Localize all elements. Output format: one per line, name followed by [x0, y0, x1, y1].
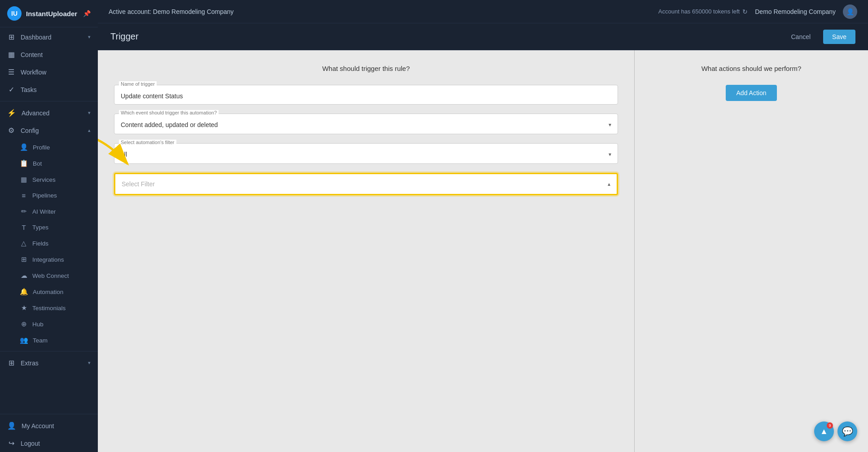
sidebar-item-label: Fields [32, 240, 48, 247]
sidebar-item-label: Tasks [21, 86, 91, 93]
testimonials-icon: ★ [20, 304, 28, 312]
sidebar: IU InstantUploader 📌 ⊞ Dashboard ▾ ▦ Con… [0, 0, 98, 452]
sidebar-item-ai-writer[interactable]: ✏ AI Writer [0, 203, 98, 219]
left-panel-title: What should trigger this rule? [114, 65, 618, 72]
sidebar-item-label: Integrations [32, 256, 64, 263]
trigger-name-input[interactable] [114, 85, 618, 104]
sidebar-item-label: Types [32, 224, 48, 231]
filter-value: all [121, 151, 127, 158]
sidebar-item-label: Testimonials [32, 305, 66, 312]
sidebar-item-label: Config [21, 127, 83, 134]
tokens-text: Account has 650000 tokens left [658, 8, 740, 15]
services-icon: ▦ [20, 176, 28, 184]
workflow-icon: ☰ [7, 68, 15, 76]
select-filter-chevron-up-icon: ▴ [608, 181, 610, 187]
sidebar-item-pipelines[interactable]: ≡ Pipelines [0, 188, 98, 203]
sidebar-item-label: Profile [33, 144, 50, 151]
cancel-button[interactable]: Cancel [784, 30, 818, 44]
chevron-up-icon: ▴ [88, 127, 91, 133]
event-trigger-field: Which event should trigger this automati… [114, 114, 618, 134]
sidebar-item-team[interactable]: 👥 Team [0, 332, 98, 348]
filter-label: Select automation's filter [119, 140, 176, 145]
sidebar-divider [0, 101, 98, 101]
sidebar-item-label: Dashboard [21, 34, 83, 41]
ai-writer-icon: ✏ [20, 207, 28, 215]
filter-select[interactable]: all ▾ [114, 144, 618, 163]
chat-icon: 💬 [842, 426, 853, 437]
scroll-top-icon: ▲ [820, 427, 828, 436]
sidebar-item-types[interactable]: T Types [0, 219, 98, 235]
sidebar-item-label: Team [33, 337, 48, 344]
event-select[interactable]: Content added, updated or deleted ▾ [114, 114, 618, 134]
app-name: InstantUploader [26, 10, 77, 18]
scroll-top-button[interactable]: ▲ 9 [814, 421, 834, 441]
logout-icon: ↪ [7, 439, 15, 448]
refresh-icon[interactable]: ↻ [742, 8, 748, 15]
sidebar-item-web-connect[interactable]: ☁ Web Connect [0, 268, 98, 284]
sidebar-item-integrations[interactable]: ⊞ Integrations [0, 251, 98, 268]
chat-button[interactable]: 💬 [837, 421, 857, 441]
filter-chevron-down-icon: ▾ [609, 151, 611, 158]
sidebar-divider-3 [0, 414, 98, 414]
automation-icon: 🔔 [20, 288, 28, 296]
sidebar-item-label: Advanced [22, 110, 83, 117]
automation-filter-field: Select automation's filter all ▾ [114, 143, 618, 164]
chevron-down-icon: ▾ [88, 34, 91, 40]
sidebar-item-config[interactable]: ⚙ Config ▴ [0, 122, 98, 139]
sidebar-item-fields[interactable]: △ Fields [0, 235, 98, 251]
tokens-info: Account has 650000 tokens left ↻ [658, 8, 748, 15]
sidebar-item-advanced[interactable]: ⚡ Advanced ▾ [0, 104, 98, 122]
sidebar-item-tasks[interactable]: ✓ Tasks [0, 81, 98, 98]
sidebar-item-hub[interactable]: ⊕ Hub [0, 316, 98, 332]
actions-panel: What actions should we perform? Add Acti… [635, 50, 868, 452]
bot-icon: 📋 [20, 159, 28, 167]
types-icon: T [20, 224, 28, 231]
team-icon: 👥 [20, 336, 28, 344]
event-label: Which event should trigger this automati… [119, 110, 219, 115]
sidebar-item-services[interactable]: ▦ Services [0, 171, 98, 188]
integrations-icon: ⊞ [20, 255, 28, 263]
sidebar-logo[interactable]: IU InstantUploader 📌 [0, 0, 98, 27]
advanced-icon: ⚡ [7, 109, 16, 117]
pipelines-icon: ≡ [20, 192, 28, 199]
logo-icon: IU [7, 6, 22, 21]
sidebar-item-label: Automation [33, 289, 63, 295]
top-header: Active account: Demo Remodeling Company … [98, 0, 868, 23]
select-filter-dropdown[interactable]: Select Filter ▴ [115, 174, 617, 194]
sidebar-item-label: Services [32, 176, 56, 183]
trigger-name-label: Name of trigger [119, 81, 157, 87]
sidebar-item-label: Workflow [21, 69, 91, 76]
pin-icon[interactable]: 📌 [83, 10, 91, 17]
sidebar-item-label: Logout [21, 440, 91, 447]
tasks-icon: ✓ [7, 85, 15, 94]
event-chevron-down-icon: ▾ [609, 122, 611, 128]
sidebar-item-testimonials[interactable]: ★ Testimonials [0, 300, 98, 316]
add-action-button[interactable]: Add Action [726, 85, 777, 101]
trigger-panel: What should trigger this rule? Name of t… [98, 50, 635, 452]
sidebar-item-content[interactable]: ▦ Content [0, 46, 98, 63]
web-connect-icon: ☁ [20, 272, 28, 280]
event-value: Content added, updated or deleted [121, 121, 218, 128]
sidebar-item-label: Bot [33, 160, 42, 167]
config-icon: ⚙ [7, 126, 15, 135]
save-button[interactable]: Save [823, 30, 855, 44]
dashboard-icon: ⊞ [7, 33, 15, 41]
sidebar-item-bot[interactable]: 📋 Bot [0, 155, 98, 171]
sidebar-item-profile[interactable]: 👤 Profile [0, 139, 98, 155]
main-content: Active account: Demo Remodeling Company … [98, 0, 868, 452]
select-filter-placeholder: Select Filter [122, 180, 155, 188]
sidebar-item-extras[interactable]: ⊞ Extras ▾ [0, 354, 98, 372]
chevron-down-icon: ▾ [88, 110, 91, 116]
trigger-actions: Cancel Save [784, 30, 855, 44]
sidebar-item-workflow[interactable]: ☰ Workflow [0, 63, 98, 81]
profile-icon: 👤 [20, 143, 28, 151]
header-right: Account has 650000 tokens left ↻ Demo Re… [658, 4, 857, 19]
hub-icon: ⊕ [20, 320, 28, 328]
sidebar-item-automation[interactable]: 🔔 Automation [0, 284, 98, 300]
sidebar-item-my-account[interactable]: 👤 My Account [0, 417, 98, 434]
sidebar-item-dashboard[interactable]: ⊞ Dashboard ▾ [0, 28, 98, 46]
extras-icon: ⊞ [7, 359, 15, 367]
sidebar-item-logout[interactable]: ↪ Logout [0, 434, 98, 452]
sidebar-divider-2 [0, 351, 98, 351]
avatar: 👤 [843, 4, 857, 19]
